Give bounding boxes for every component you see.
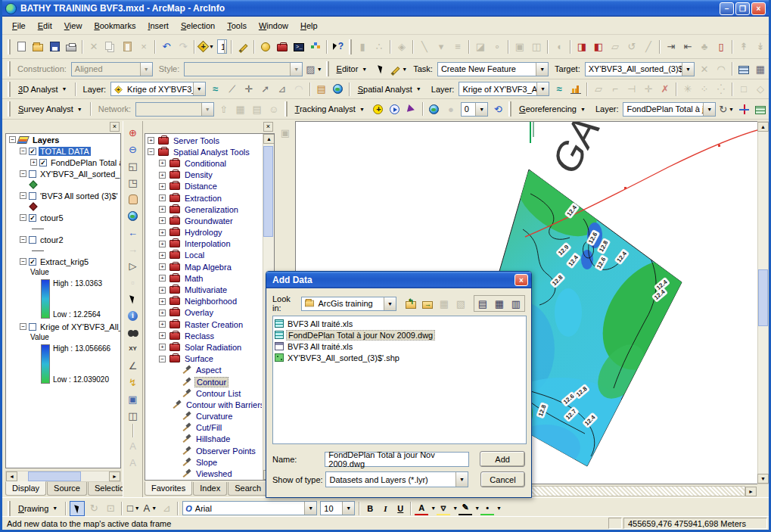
- layer-checkbox[interactable]: ✓: [29, 214, 36, 222]
- interpolate-line-button[interactable]: ≈: [208, 82, 223, 97]
- tracking-value-combo[interactable]: 0▼: [461, 102, 488, 117]
- font-size-combo[interactable]: 10▼: [320, 501, 355, 515]
- tool-name[interactable]: Viewshed: [194, 469, 234, 478]
- tool-name[interactable]: Generalization: [183, 205, 240, 214]
- toolbox-tree-item[interactable]: +Extraction: [146, 192, 262, 204]
- layer-name[interactable]: Extract_krig5: [39, 257, 90, 266]
- toolbox-tree-item[interactable]: +Hydrology: [146, 227, 262, 238]
- connect-folder-button[interactable]: [420, 296, 435, 311]
- fill-color-button[interactable]: 🜄: [437, 502, 450, 515]
- menu-insert[interactable]: Insert: [142, 19, 174, 33]
- expand-toggle[interactable]: −: [20, 258, 26, 265]
- survey-analyst-menu-button[interactable]: Survey Analyst▼: [13, 103, 88, 115]
- expand-toggle[interactable]: −: [159, 356, 166, 362]
- tool-name[interactable]: Hydrology: [183, 228, 224, 237]
- toc-tree[interactable]: −Layers−✓TOTAL DATA+✓FondDePlan Total à …: [5, 133, 121, 468]
- scrollbar-thumb[interactable]: [758, 269, 768, 326]
- toolbar-grip[interactable]: [508, 101, 511, 117]
- whats-this-button[interactable]: [331, 39, 346, 54]
- toolbox-tree[interactable]: +Server Tools−Spatial Analyst Tools+Cond…: [145, 133, 275, 481]
- layer-name[interactable]: FondDePlan Total à jc: [49, 158, 121, 167]
- scroll-left-arrow[interactable]: ◄: [6, 471, 17, 481]
- expand-toggle[interactable]: +: [159, 172, 166, 179]
- expand-toggle[interactable]: −: [20, 192, 26, 199]
- toolbox-tab-index[interactable]: Index: [193, 482, 227, 496]
- shape-tool-button[interactable]: □▼: [126, 501, 141, 516]
- thumbnails-view-button[interactable]: ▥: [508, 296, 524, 311]
- toolbar-grip[interactable]: [349, 39, 352, 54]
- toc-item[interactable]: −XY'BVF3_All_sorted_(3)$': [6, 168, 120, 179]
- tool-name[interactable]: Server Tools: [172, 136, 221, 145]
- toc-close-button[interactable]: ×: [110, 122, 120, 132]
- expand-toggle[interactable]: +: [159, 263, 166, 270]
- toolbox-tree-item[interactable]: +Server Tools: [146, 135, 262, 146]
- task-combo[interactable]: Create New Feature▼: [437, 62, 549, 76]
- scroll-up-arrow[interactable]: ▲: [757, 122, 769, 132]
- layer-checkbox[interactable]: [29, 170, 36, 178]
- spatial-analyst-menu-button[interactable]: Spatial Analyst▼: [353, 83, 427, 95]
- toolbox-tree-item[interactable]: Contour List: [146, 387, 262, 399]
- toc-tab-source[interactable]: Source: [47, 482, 87, 496]
- editor-sketch-button[interactable]: [235, 39, 250, 54]
- modelbuilder-button[interactable]: [308, 39, 323, 54]
- toolbox-tree-item[interactable]: +Reclass: [146, 330, 262, 341]
- layer-checkbox[interactable]: [29, 236, 36, 244]
- viewer-window-tool[interactable]: ◫: [126, 408, 141, 423]
- expand-toggle[interactable]: +: [159, 275, 166, 282]
- georeferencing-menu-button[interactable]: Georeferencing▼: [514, 103, 591, 115]
- back-extent-tool[interactable]: ←: [126, 225, 141, 240]
- expand-toggle[interactable]: −: [20, 170, 26, 177]
- toolbox-tree-item[interactable]: +Math: [146, 272, 262, 284]
- go-to-xy-tool[interactable]: XY: [126, 341, 141, 356]
- layer-checkbox[interactable]: ✓: [39, 159, 47, 166]
- add-point-button[interactable]: ✛: [241, 82, 256, 97]
- expand-toggle[interactable]: +: [159, 241, 166, 247]
- tool-name[interactable]: Contour List: [194, 389, 242, 398]
- scroll-down-arrow[interactable]: ▼: [757, 474, 769, 484]
- expand-toggle[interactable]: +: [159, 229, 166, 236]
- command-window-button[interactable]: [291, 39, 306, 54]
- sketch-props-button[interactable]: ▦: [753, 61, 768, 76]
- tool-name[interactable]: Neighborhood: [183, 297, 238, 306]
- toolbox-tree-item[interactable]: Contour with Barriers: [146, 399, 262, 410]
- save-button[interactable]: [47, 39, 62, 54]
- tool-name[interactable]: Conditional: [183, 159, 228, 168]
- tool-name[interactable]: Contour with Barriers: [185, 400, 262, 409]
- menu-edit[interactable]: Edit: [33, 19, 58, 33]
- toolbox-tree-item[interactable]: +Density: [146, 170, 262, 181]
- cancel-button[interactable]: Cancel: [480, 471, 525, 487]
- file-type-combo[interactable]: Datasets and Layers (*.lyr)▼: [325, 471, 468, 487]
- file-item[interactable]: FondDePlan Total à jour Nov 2009.dwg: [275, 329, 524, 341]
- italic-button[interactable]: I: [378, 502, 392, 515]
- layer-name[interactable]: ctour2: [39, 235, 65, 244]
- refresh-table-button[interactable]: ⟲: [490, 101, 505, 117]
- zoom-out-tool[interactable]: ⊖: [126, 142, 141, 157]
- dialog-title-bar[interactable]: Add Data ×: [266, 272, 531, 288]
- profile-graph-button[interactable]: ⊿: [275, 82, 290, 97]
- toc-item[interactable]: −'BVF3 All sorted (3)$' Ever: [6, 190, 120, 201]
- menu-tools[interactable]: Tools: [222, 19, 252, 33]
- layer-name[interactable]: TOTAL DATA: [39, 147, 91, 156]
- select-elements-tool[interactable]: [126, 291, 141, 306]
- expand-toggle[interactable]: +: [159, 310, 166, 316]
- scroll-right-arrow[interactable]: ►: [745, 487, 757, 496]
- expand-toggle[interactable]: +: [159, 206, 166, 213]
- link-table-button[interactable]: [753, 101, 768, 117]
- layer-name[interactable]: ctour5: [39, 213, 65, 222]
- edit-arrow-button[interactable]: [373, 61, 388, 76]
- rotate-raster-button[interactable]: ↻▼: [718, 101, 735, 117]
- scale-combo[interactable]: 1:2 441 ▼: [217, 39, 227, 54]
- toolbox-tree-item[interactable]: +Overlay: [146, 307, 262, 319]
- layer-checkbox[interactable]: [29, 192, 36, 200]
- menu-view[interactable]: View: [59, 19, 88, 33]
- hyperlink-tool[interactable]: ↯: [126, 375, 141, 390]
- scrollbar-thumb[interactable]: [263, 146, 273, 237]
- tool-name[interactable]: Aspect: [194, 366, 223, 375]
- toolbox-tab-favorites[interactable]: Favorites: [145, 481, 192, 496]
- drawing-menu-button[interactable]: Drawing▼: [13, 502, 63, 515]
- toolbox-tree-item[interactable]: Observer Points: [146, 445, 262, 456]
- toolbox-tree-item[interactable]: Contour: [146, 376, 262, 387]
- steepest-path-button[interactable]: ➚: [258, 82, 273, 97]
- fixed-zoom-out-tool[interactable]: ◳: [126, 175, 141, 190]
- layer-book-button[interactable]: ▤: [314, 82, 329, 97]
